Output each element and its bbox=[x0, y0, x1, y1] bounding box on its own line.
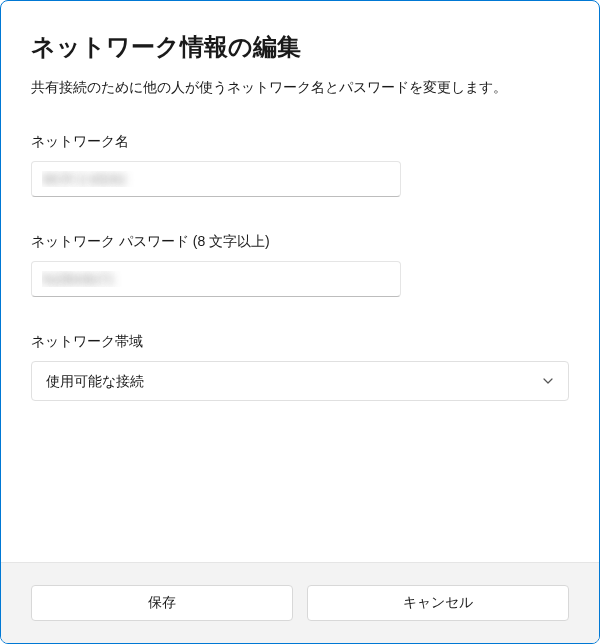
network-password-input[interactable] bbox=[31, 261, 401, 297]
dialog-footer: 保存 キャンセル bbox=[1, 562, 599, 643]
network-name-label: ネットワーク名 bbox=[31, 133, 569, 151]
network-password-field-group: ネットワーク パスワード (8 文字以上) bbox=[31, 233, 569, 297]
network-band-field-group: ネットワーク帯域 使用可能な接続 bbox=[31, 333, 569, 401]
network-band-select[interactable]: 使用可能な接続 bbox=[31, 361, 569, 401]
dialog-content: ネットワーク情報の編集 共有接続のために他の人が使うネットワーク名とパスワードを… bbox=[1, 1, 599, 562]
network-password-label: ネットワーク パスワード (8 文字以上) bbox=[31, 233, 569, 251]
network-name-field-group: ネットワーク名 bbox=[31, 133, 569, 197]
network-band-select-wrap: 使用可能な接続 bbox=[31, 361, 569, 401]
cancel-button[interactable]: キャンセル bbox=[307, 585, 569, 621]
save-button[interactable]: 保存 bbox=[31, 585, 293, 621]
network-band-label: ネットワーク帯域 bbox=[31, 333, 569, 351]
dialog-title: ネットワーク情報の編集 bbox=[31, 31, 569, 63]
network-name-input[interactable] bbox=[31, 161, 401, 197]
dialog-description: 共有接続のために他の人が使うネットワーク名とパスワードを変更します。 bbox=[31, 79, 569, 97]
